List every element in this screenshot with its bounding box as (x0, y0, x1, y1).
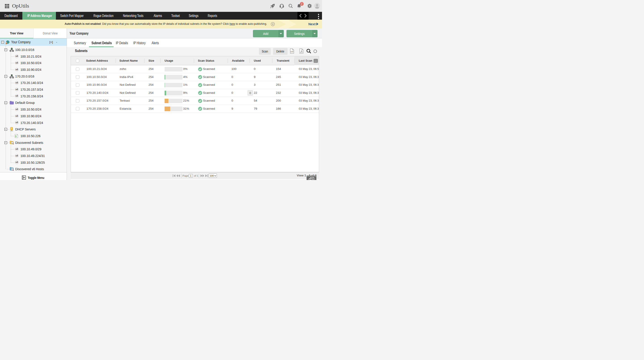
svg-text:S: S (15, 135, 17, 138)
svg-text:CSV: CSV (290, 51, 294, 52)
